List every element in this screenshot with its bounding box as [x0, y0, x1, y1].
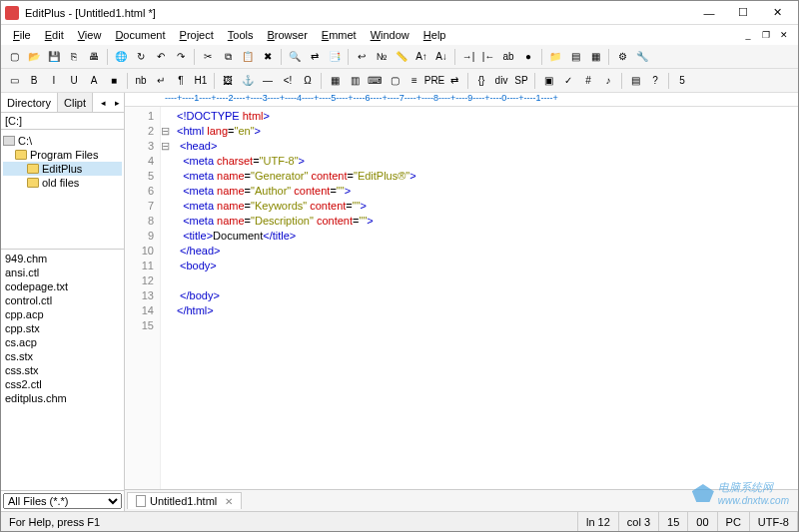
tab-cliptext[interactable]: Clipt — [58, 93, 93, 112]
code-line[interactable]: </head> — [177, 244, 416, 259]
code-line[interactable]: <meta charset="UTF-8"> — [177, 154, 416, 169]
break-icon[interactable]: ↵ — [152, 72, 170, 90]
file-tab-active[interactable]: Untitled1.html ✕ — [127, 492, 242, 509]
file-item[interactable]: css.stx — [5, 363, 120, 377]
help-icon[interactable]: ? — [646, 72, 664, 90]
image-icon[interactable]: 🖼 — [219, 72, 237, 90]
menu-emmet[interactable]: Emmet — [316, 27, 363, 43]
div-icon[interactable]: div — [492, 72, 510, 90]
span-icon[interactable]: SP — [512, 72, 530, 90]
open-icon[interactable]: 📂 — [25, 48, 43, 66]
ruler-icon[interactable]: 📏 — [393, 48, 410, 66]
close-button[interactable]: ✕ — [760, 2, 794, 24]
code-line[interactable]: <html lang="en"> — [177, 124, 416, 139]
save-icon[interactable]: 💾 — [45, 48, 63, 66]
code-line[interactable]: </body> — [177, 288, 416, 303]
code-line[interactable] — [177, 318, 416, 333]
paste-icon[interactable]: 📋 — [239, 48, 257, 66]
browser-icon[interactable]: 🌐 — [112, 48, 130, 66]
select-icon[interactable]: ▭ — [5, 72, 23, 90]
code-line[interactable]: <head> — [177, 139, 416, 154]
code-line[interactable] — [177, 273, 416, 288]
delete-icon[interactable]: ✖ — [259, 48, 277, 66]
output-icon[interactable]: ▤ — [566, 48, 584, 66]
redo-icon[interactable]: ↷ — [172, 48, 190, 66]
tree-item[interactable]: C:\ — [3, 134, 122, 148]
dir-icon[interactable]: 📁 — [546, 48, 564, 66]
code-line[interactable]: <meta name="Author" content=""> — [177, 184, 416, 199]
file-item[interactable]: ansi.ctl — [5, 266, 120, 279]
replace-icon[interactable]: ⇄ — [306, 48, 324, 66]
table-icon[interactable]: ▦ — [326, 72, 344, 90]
list-icon[interactable]: ≡ — [405, 72, 423, 90]
cliptext-icon[interactable]: ▦ — [586, 48, 604, 66]
nbsp-icon[interactable]: nb — [132, 72, 150, 90]
file-item[interactable]: cs.acp — [5, 335, 120, 349]
file-item[interactable]: cs.stx — [5, 349, 120, 363]
marquee-icon[interactable]: ⇄ — [445, 72, 463, 90]
code-line[interactable]: <meta name="Description" content=""> — [177, 214, 416, 229]
italic-icon[interactable]: I — [45, 72, 63, 90]
fold-marker[interactable]: ⊟ — [161, 139, 173, 154]
tree-item[interactable]: Program Files — [3, 148, 122, 162]
spell-icon[interactable]: ab — [499, 48, 517, 66]
fold-marker[interactable]: ⊟ — [161, 124, 173, 139]
template-icon[interactable]: ▤ — [626, 72, 644, 90]
filter-select[interactable]: All Files (*.*) — [3, 493, 122, 509]
menu-file[interactable]: File — [7, 27, 37, 43]
settings-icon[interactable]: ⚙ — [613, 48, 631, 66]
comment-icon[interactable]: <! — [279, 72, 297, 90]
file-item[interactable]: 949.chm — [5, 252, 120, 266]
close-tab-icon[interactable]: ✕ — [225, 496, 233, 507]
underline-icon[interactable]: U — [65, 72, 83, 90]
tab-scroll-left-icon[interactable]: ◂ — [96, 93, 110, 112]
char-icon[interactable]: Ω — [299, 72, 317, 90]
textarea-icon[interactable]: ▢ — [386, 72, 403, 90]
mdi-minimize-button[interactable]: _ — [740, 28, 756, 42]
para-icon[interactable]: ¶ — [172, 72, 190, 90]
menu-tools[interactable]: Tools — [222, 27, 260, 43]
color-icon[interactable]: ■ — [105, 72, 123, 90]
record-icon[interactable]: ● — [519, 48, 537, 66]
tree-item[interactable]: old files — [3, 176, 122, 190]
undo-icon[interactable]: ↶ — [152, 48, 170, 66]
print-icon[interactable]: 🖶 — [85, 48, 103, 66]
html5-icon[interactable]: 5 — [673, 72, 691, 90]
mdi-restore-button[interactable]: ❐ — [758, 28, 774, 42]
font-dec-icon[interactable]: A↓ — [432, 48, 450, 66]
menu-window[interactable]: Window — [365, 27, 415, 43]
file-item[interactable]: codepage.txt — [5, 279, 120, 293]
find-icon[interactable]: 🔍 — [286, 48, 304, 66]
menu-view[interactable]: View — [72, 27, 108, 43]
tab-scroll-right-icon[interactable]: ▸ — [110, 93, 124, 112]
file-item[interactable]: control.ctl — [5, 293, 120, 307]
obj-icon[interactable]: ▣ — [539, 72, 557, 90]
save-all-icon[interactable]: ⎘ — [65, 48, 83, 66]
pre-icon[interactable]: PRE — [425, 72, 443, 90]
copy-icon[interactable]: ⧉ — [219, 48, 237, 66]
file-item[interactable]: editplus.chm — [5, 391, 120, 405]
menu-project[interactable]: Project — [174, 27, 220, 43]
font-icon[interactable]: A — [85, 72, 103, 90]
minimize-button[interactable]: — — [692, 2, 726, 24]
code-content[interactable]: <!DOCTYPE html><html lang="en"> <head> <… — [173, 107, 420, 489]
code-line[interactable]: <title>Document</title> — [177, 229, 416, 244]
code-line[interactable]: </html> — [177, 303, 416, 318]
new-icon[interactable]: ▢ — [5, 48, 23, 66]
file-item[interactable]: css2.ctl — [5, 377, 120, 391]
cut-icon[interactable]: ✂ — [199, 48, 217, 66]
note-icon[interactable]: ♪ — [599, 72, 617, 90]
linenum-icon[interactable]: № — [373, 48, 391, 66]
tools-icon[interactable]: 🔧 — [633, 48, 651, 66]
code-line[interactable]: <meta name="Keywords" content=""> — [177, 199, 416, 214]
code-line[interactable]: <body> — [177, 259, 416, 273]
code-line[interactable]: <!DOCTYPE html> — [177, 109, 416, 124]
menu-edit[interactable]: Edit — [39, 27, 70, 43]
refresh-icon[interactable]: ↻ — [132, 48, 150, 66]
font-inc-icon[interactable]: A↑ — [412, 48, 430, 66]
input-icon[interactable]: ⌨ — [366, 72, 384, 90]
menu-document[interactable]: Document — [109, 27, 171, 43]
form-icon[interactable]: ▥ — [346, 72, 364, 90]
tree-item[interactable]: EditPlus — [3, 162, 122, 176]
code-editor[interactable]: 123456789101112131415 ⊟⊟ <!DOCTYPE html>… — [125, 107, 798, 489]
